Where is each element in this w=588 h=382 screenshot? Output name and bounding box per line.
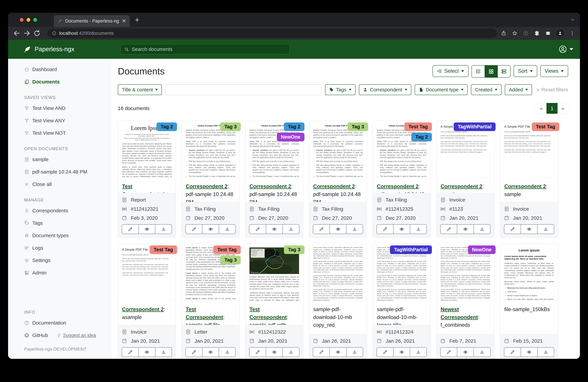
tag-badge-tag-3[interactable]: Tag 3 (284, 245, 304, 254)
browser-tab[interactable]: Documents - Paperless-ngx ✕ (54, 15, 130, 27)
search-input[interactable]: Search documents (121, 44, 290, 54)
sidebar-item-sample[interactable]: sample (8, 153, 111, 166)
created-date-row[interactable]: Jan 20, 2021 (122, 338, 172, 344)
created-date-row[interactable]: Jan 20, 2021 (504, 215, 554, 221)
tag-badge-newone[interactable]: NewOne (277, 133, 304, 141)
close-window-button[interactable] (20, 18, 23, 22)
download-button[interactable] (282, 348, 299, 357)
correspondent-link[interactable]: Test Correspondent (186, 306, 223, 320)
pagination-page-1[interactable]: 1 (546, 103, 558, 114)
close-tab-icon[interactable]: ✕ (122, 19, 126, 23)
views-button[interactable]: Views (540, 65, 568, 77)
document-card-2[interactable]: Adobe Acrobat PDF FilesAdobe® Portable D… (182, 121, 240, 238)
download-button[interactable] (155, 348, 172, 357)
correspondent-link[interactable]: Correspondent 2 (504, 183, 546, 189)
download-button[interactable] (474, 225, 490, 234)
preview-button[interactable] (138, 225, 155, 234)
asn-row[interactable]: #112412324 (377, 329, 427, 335)
document-card-10[interactable]: Boundary Waters TripGoogle EarthCurabitu… (245, 243, 303, 359)
created-date-row[interactable]: Jan 26, 2021 (313, 338, 363, 344)
sidebar-item-documentation[interactable]: Documentation (8, 317, 111, 329)
sidebar-item-dashboard[interactable]: Dashboard (8, 63, 111, 76)
sidebar-item-test-view-any[interactable]: Test View ANY (8, 114, 111, 127)
share-icon[interactable] (501, 31, 506, 36)
tab-panel-icon[interactable] (545, 31, 551, 36)
suggest-idea-link[interactable]: Suggest an idea (57, 333, 96, 338)
preview-button[interactable] (521, 348, 537, 357)
pagination-prev-button[interactable]: « (536, 103, 546, 114)
title-content-filter-button[interactable]: Title & content (118, 84, 162, 95)
doc-type-row[interactable]: Tax Filing (377, 197, 427, 203)
edit-button[interactable] (186, 225, 202, 234)
created-date-row[interactable]: Feb 3, 2020 (122, 215, 172, 221)
download-button[interactable] (474, 348, 490, 357)
created-date-row[interactable]: Feb 15, 2021 (504, 338, 554, 344)
minimize-window-button[interactable] (27, 18, 30, 22)
tags-filter-button[interactable]: Tags (325, 84, 356, 95)
created-date-row[interactable]: Dec 27, 2020 (249, 215, 299, 221)
asn-row[interactable]: #112412325 (377, 206, 427, 212)
document-card-7[interactable]: A Simple PDF FileThis is a small demonst… (500, 121, 558, 238)
edit-button[interactable] (250, 225, 266, 234)
tag-badge-test-tag[interactable]: Test Tag (150, 245, 177, 254)
document-card-6[interactable]: A Simple PDF FileThis is a small demonst… (436, 121, 494, 238)
preview-button[interactable] (138, 348, 155, 357)
tag-badge-test-tag[interactable]: Test Tag (404, 122, 432, 131)
reload-icon[interactable] (33, 30, 41, 37)
created-date-row[interactable]: Jan 20, 2021 (440, 215, 490, 221)
document-card-13[interactable]: Lorem ipsum dolor sit amet, consectetur … (436, 243, 494, 359)
sidebar-item-github[interactable]: GitHubSuggest an idea (8, 329, 111, 342)
sidebar-item-tags[interactable]: Tags (8, 217, 111, 229)
correspondent-link[interactable]: Correspondent 2 (250, 183, 291, 189)
preview-button[interactable] (202, 225, 219, 234)
download-button[interactable] (282, 225, 299, 234)
sidebar-item-admin[interactable]: Admin (8, 267, 111, 279)
extension-badge-icon[interactable] (523, 31, 528, 36)
doc-type-row[interactable]: Report (122, 197, 172, 203)
download-button[interactable] (410, 225, 426, 234)
tab-search-chevron-icon[interactable] (570, 17, 575, 22)
sidebar-item-pdf-sample-10-24-48-pm[interactable]: pdf-sample 10.24.48 PM (8, 166, 111, 178)
correspondent-link[interactable]: Correspondent 2 (377, 183, 419, 189)
edit-button[interactable] (313, 348, 330, 357)
pagination-next-button[interactable]: » (558, 103, 568, 114)
preview-button[interactable] (330, 225, 346, 234)
preview-button[interactable] (521, 225, 537, 234)
download-button[interactable] (155, 225, 172, 234)
browser-menu-dots-icon[interactable] (569, 31, 575, 36)
edit-button[interactable] (377, 225, 393, 234)
sidebar-item-document-types[interactable]: Document types (8, 229, 111, 242)
asn-row[interactable]: #112412322 (249, 329, 299, 335)
download-button[interactable] (537, 348, 554, 357)
doc-type-row[interactable]: Letter (185, 329, 236, 335)
preview-button[interactable] (393, 348, 410, 357)
tag-badge-test-tag[interactable]: Test Tag (532, 122, 559, 131)
tag-badge-tag-3[interactable]: Tag 3 (348, 122, 368, 131)
forward-icon[interactable] (23, 30, 31, 37)
tag-badge-tagwithpartial[interactable]: TagWithPartial (390, 245, 432, 254)
document-card-14[interactable]: Lorem ipsumLorem ipsum dolor sit amet, c… (500, 243, 558, 359)
asn-row[interactable]: #112412321 (122, 206, 172, 212)
correspondent-link[interactable]: Correspondent 2 (441, 183, 482, 189)
view-detail-button[interactable] (497, 65, 510, 77)
document-card-5[interactable]: Adobe Acrobat PDF FilesAdobe® Portable D… (373, 121, 431, 238)
edit-button[interactable] (122, 225, 138, 234)
tag-badge-tag-3[interactable]: Tag 3 (220, 122, 241, 131)
sidebar-item-test-view-and[interactable]: Test View AND (8, 102, 111, 114)
correspondent-link[interactable]: Correspondent 2 (313, 183, 355, 189)
edit-button[interactable] (122, 348, 138, 357)
sort-button[interactable]: Sort (514, 65, 537, 77)
sidebar-item-close-all[interactable]: Close all (8, 178, 111, 190)
correspondent-link[interactable]: Correspondent 2 (186, 183, 228, 189)
created-date-row[interactable]: Jan 20, 2021 (249, 338, 299, 344)
preview-button[interactable] (393, 225, 410, 234)
correspondent-link[interactable]: Test Correspondent (122, 183, 159, 193)
sidebar-item-documents[interactable]: Documents (8, 76, 111, 88)
sidebar-item-logs[interactable]: Logs (8, 242, 111, 254)
edit-button[interactable] (377, 348, 393, 357)
correspondent-link[interactable]: Test Correspondent (250, 306, 287, 320)
new-tab-button[interactable]: + (135, 16, 139, 24)
bookmark-star-icon[interactable] (512, 31, 517, 36)
document-card-4[interactable]: Adobe Acrobat PDF FilesAdobe® Portable D… (309, 121, 367, 238)
correspondent-link[interactable]: Correspondent 2 (122, 306, 164, 312)
